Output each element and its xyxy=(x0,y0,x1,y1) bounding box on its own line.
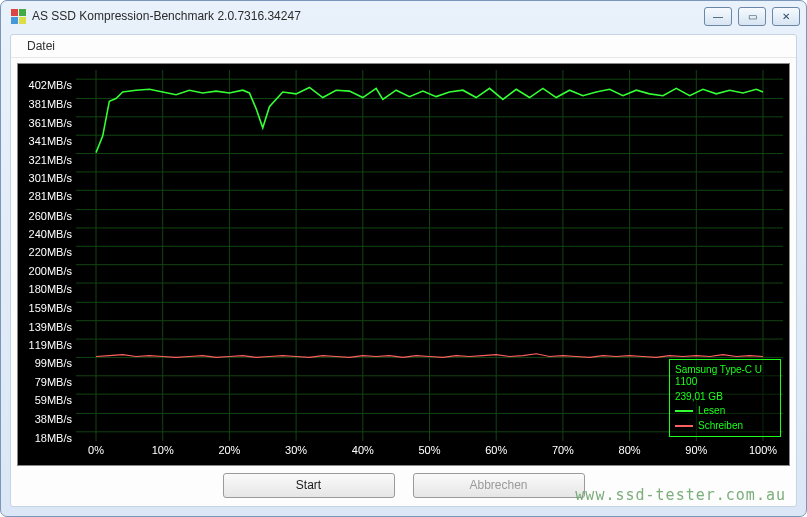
y-tick-label: 301MB/s xyxy=(29,172,72,184)
legend-device: Samsung Type-C U xyxy=(675,364,775,377)
y-tick-label: 38MB/s xyxy=(35,413,72,425)
chart: 18MB/s38MB/s59MB/s79MB/s99MB/s119MB/s139… xyxy=(17,63,790,466)
y-tick-label: 119MB/s xyxy=(29,339,72,351)
legend-write-label: Schreiben xyxy=(698,420,743,433)
app-icon xyxy=(10,8,26,24)
y-tick-label: 341MB/s xyxy=(29,135,72,147)
legend-read-row: Lesen xyxy=(675,405,775,418)
y-tick-label: 139MB/s xyxy=(29,321,72,333)
y-tick-label: 381MB/s xyxy=(29,98,72,110)
x-tick-label: 70% xyxy=(552,444,574,456)
legend-read-label: Lesen xyxy=(698,405,725,418)
x-tick-label: 20% xyxy=(218,444,240,456)
legend-read-swatch xyxy=(675,410,693,412)
y-tick-label: 361MB/s xyxy=(29,117,72,129)
legend-write-swatch xyxy=(675,425,693,427)
maximize-button[interactable]: ▭ xyxy=(738,7,766,26)
window-title: AS SSD Kompression-Benchmark 2.0.7316.34… xyxy=(32,9,704,23)
minimize-button[interactable]: — xyxy=(704,7,732,26)
x-tick-label: 40% xyxy=(352,444,374,456)
x-axis: 0%10%20%30%40%50%60%70%80%90%100% xyxy=(76,441,783,465)
client-area: Datei 18MB/s38MB/s59MB/s79MB/s99MB/s119M… xyxy=(10,34,797,507)
window-controls: — ▭ ✕ xyxy=(704,7,800,26)
menu-bar: Datei xyxy=(11,35,796,58)
x-tick-label: 60% xyxy=(485,444,507,456)
legend-write-row: Schreiben xyxy=(675,420,775,433)
x-tick-label: 90% xyxy=(685,444,707,456)
y-tick-label: 240MB/s xyxy=(29,228,72,240)
watermark: www.ssd-tester.com.au xyxy=(575,486,786,504)
x-tick-label: 80% xyxy=(619,444,641,456)
close-button[interactable]: ✕ xyxy=(772,7,800,26)
app-window: AS SSD Kompression-Benchmark 2.0.7316.34… xyxy=(0,0,807,517)
y-tick-label: 159MB/s xyxy=(29,302,72,314)
x-tick-label: 30% xyxy=(285,444,307,456)
y-tick-label: 99MB/s xyxy=(35,357,72,369)
y-tick-label: 79MB/s xyxy=(35,376,72,388)
y-tick-label: 180MB/s xyxy=(29,283,72,295)
x-tick-label: 50% xyxy=(418,444,440,456)
y-tick-label: 402MB/s xyxy=(29,79,72,91)
start-button[interactable]: Start xyxy=(223,473,395,498)
titlebar: AS SSD Kompression-Benchmark 2.0.7316.34… xyxy=(1,1,806,31)
legend-model: 1100 xyxy=(675,376,775,389)
legend: Samsung Type-C U 1100 239,01 GB Lesen Sc… xyxy=(669,359,781,438)
y-tick-label: 18MB/s xyxy=(35,432,72,444)
x-tick-label: 10% xyxy=(152,444,174,456)
menu-file[interactable]: Datei xyxy=(21,37,61,55)
y-tick-label: 321MB/s xyxy=(29,154,72,166)
y-tick-label: 281MB/s xyxy=(29,190,72,202)
y-axis: 18MB/s38MB/s59MB/s79MB/s99MB/s119MB/s139… xyxy=(18,70,76,441)
legend-capacity: 239,01 GB xyxy=(675,391,775,404)
y-tick-label: 200MB/s xyxy=(29,265,72,277)
x-tick-label: 100% xyxy=(749,444,777,456)
y-tick-label: 59MB/s xyxy=(35,394,72,406)
x-tick-label: 0% xyxy=(88,444,104,456)
y-tick-label: 260MB/s xyxy=(29,210,72,222)
cancel-button[interactable]: Abbrechen xyxy=(413,473,585,498)
y-tick-label: 220MB/s xyxy=(29,246,72,258)
